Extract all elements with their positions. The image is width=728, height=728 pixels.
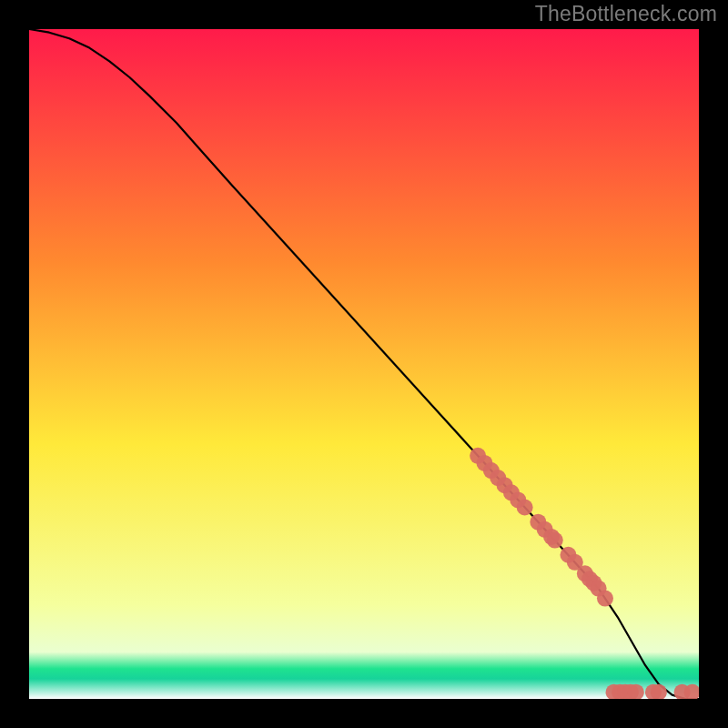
watermark-text: TheBottleneck.com [535, 2, 717, 26]
plot-area [29, 29, 699, 699]
data-point [517, 500, 533, 516]
chart-frame: TheBottleneck.com [0, 0, 728, 728]
chart-svg [29, 29, 699, 699]
data-point [547, 532, 563, 549]
data-point [597, 591, 613, 607]
